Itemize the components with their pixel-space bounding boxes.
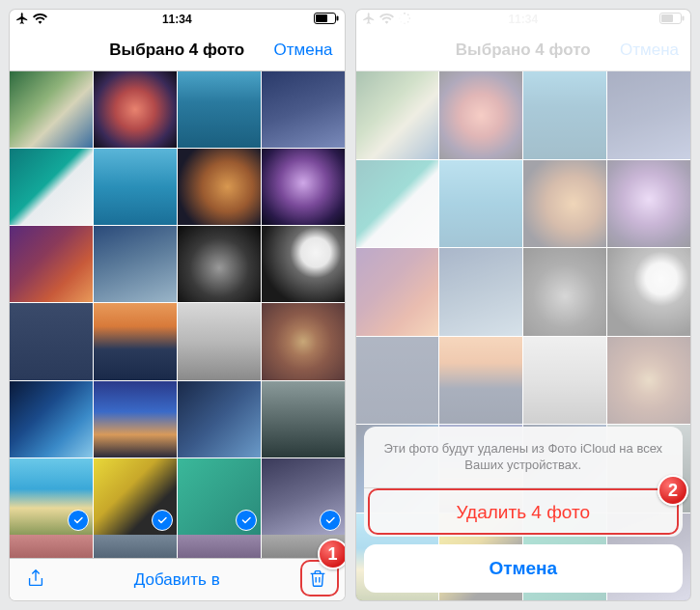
action-sheet-message: Эти фото будут удалены из Фото iCloud на… (364, 427, 684, 488)
add-to-button[interactable]: Добавить в (134, 570, 220, 590)
photo-thumbnail[interactable] (262, 458, 345, 535)
photo-thumbnail[interactable] (178, 149, 261, 225)
photo-thumbnail[interactable] (178, 226, 261, 302)
nav-title: Выбрано 4 фото (109, 41, 244, 60)
photo-thumbnail[interactable] (10, 303, 93, 379)
checkmark-icon (320, 510, 341, 531)
action-sheet: Эти фото будут удалены из Фото iCloud на… (364, 427, 684, 593)
photo-thumbnail[interactable] (94, 303, 177, 379)
share-button[interactable] (25, 568, 46, 593)
photo-thumbnail[interactable] (10, 226, 93, 302)
checkmark-icon (68, 510, 89, 531)
svg-rect-1 (316, 14, 327, 22)
photo-thumbnail[interactable] (10, 71, 93, 148)
photo-thumbnail[interactable] (94, 149, 177, 225)
photo-thumbnail[interactable] (262, 149, 345, 225)
screenshot-right: 11:34 Выбрано 4 фото Отмена Эти фото буд… (356, 10, 691, 600)
photo-grid[interactable] (10, 71, 345, 535)
action-sheet-group: Эти фото будут удалены из Фото iCloud на… (364, 427, 684, 537)
photo-thumbnail[interactable] (262, 303, 345, 379)
photo-thumbnail[interactable] (94, 458, 177, 535)
screenshot-left: 11:34 Выбрано 4 фото Отмена Добавить в 1 (10, 10, 345, 600)
step-badge-2: 2 (658, 475, 688, 506)
photo-thumbnail[interactable] (10, 149, 93, 225)
status-bar: 11:34 (10, 10, 345, 29)
photo-thumbnail[interactable] (94, 226, 177, 302)
photo-thumbnail[interactable] (262, 71, 345, 148)
photo-thumbnail[interactable] (262, 226, 345, 302)
photo-thumbnail[interactable] (94, 381, 177, 458)
nav-cancel-button[interactable]: Отмена (274, 41, 333, 60)
step-badge-1: 1 (318, 539, 345, 569)
photo-thumbnail[interactable] (10, 381, 93, 458)
action-sheet-cancel-button[interactable]: Отмена (364, 544, 684, 593)
svg-rect-2 (336, 15, 338, 20)
delete-photos-button[interactable]: Удалить 4 фото (364, 488, 684, 537)
photo-thumbnail[interactable] (178, 458, 261, 535)
checkmark-icon (236, 510, 257, 531)
battery-icon (314, 13, 339, 27)
photo-grid-partial-row (10, 535, 345, 558)
photo-thumbnail[interactable] (94, 71, 177, 148)
trash-button[interactable] (307, 568, 328, 593)
status-time: 11:34 (10, 13, 345, 26)
photo-thumbnail[interactable] (262, 381, 345, 458)
photo-thumbnail[interactable] (178, 71, 261, 148)
checkmark-icon (152, 510, 173, 531)
airplane-icon (15, 12, 29, 28)
photo-thumbnail[interactable] (10, 458, 93, 535)
photo-thumbnail[interactable] (178, 381, 261, 458)
photo-thumbnail[interactable] (178, 303, 261, 379)
wifi-icon (33, 13, 47, 27)
toolbar: Добавить в (10, 558, 345, 600)
nav-bar: Выбрано 4 фото Отмена (10, 29, 345, 71)
